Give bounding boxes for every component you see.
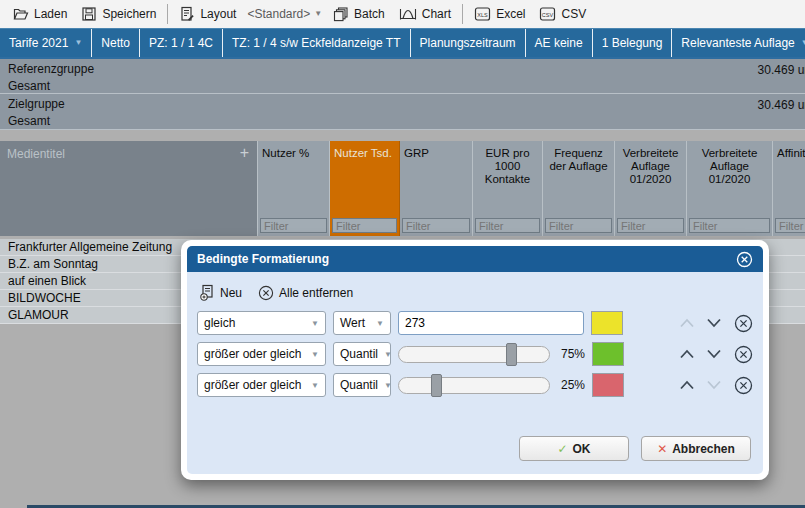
- operator-value: gleich: [204, 316, 235, 330]
- relevant-auflage-dropdown[interactable]: Relevanteste Auflage ▼: [672, 29, 805, 57]
- layout-button[interactable]: Layout: [172, 3, 243, 25]
- remove-all-icon: [258, 285, 274, 301]
- delete-condition-button[interactable]: [734, 345, 753, 364]
- percent-label: 75%: [557, 347, 585, 361]
- value-input[interactable]: [398, 311, 584, 335]
- target-group-value: 30.469 un: [758, 98, 805, 112]
- load-button[interactable]: Laden: [6, 3, 74, 25]
- operator-select[interactable]: größer oder gleich ▼: [197, 342, 326, 366]
- tariffs-label: Tarife 2021: [9, 36, 68, 50]
- dialog-close-button[interactable]: [736, 251, 753, 268]
- reference-group-row[interactable]: Referenzgruppe Gesamt 30.469 un: [0, 57, 805, 93]
- netto-item[interactable]: Netto: [92, 29, 140, 57]
- new-label: Neu: [220, 286, 242, 300]
- new-condition-button[interactable]: Neu: [199, 284, 242, 301]
- chevron-down-icon: ▼: [378, 381, 392, 390]
- column-header-medientitel[interactable]: Medientitel +: [0, 141, 258, 236]
- cancel-button[interactable]: ✕ Abbrechen: [641, 436, 751, 461]
- chevron-down-icon: ▼: [305, 381, 319, 390]
- target-group-row[interactable]: Zielgruppe Gesamt 30.469 un: [0, 93, 805, 130]
- filter-input[interactable]: [775, 218, 805, 233]
- chevron-down-icon: ▼: [801, 39, 805, 47]
- column-label: GRP: [400, 141, 472, 160]
- main-toolbar: Laden Speichern Layout <Standard> ▼ Batc…: [0, 0, 805, 28]
- app-window: Laden Speichern Layout <Standard> ▼ Batc…: [0, 0, 805, 508]
- mode-value: Quantil: [340, 347, 378, 361]
- save-button[interactable]: Speichern: [74, 3, 163, 25]
- filter-input[interactable]: [689, 218, 770, 233]
- layout-label: Layout: [200, 7, 236, 21]
- chart-button[interactable]: Chart: [392, 3, 458, 25]
- filter-input[interactable]: [475, 218, 540, 233]
- column-affinitaet[interactable]: Affinität: [773, 141, 805, 236]
- chevron-down-icon: ▼: [305, 319, 319, 328]
- move-down-button[interactable]: [704, 349, 724, 359]
- operator-select[interactable]: gleich ▼: [197, 311, 326, 335]
- planning-period-item[interactable]: Planungszeitraum: [411, 29, 526, 57]
- column-label: Frequenz der Auflage: [543, 141, 614, 173]
- column-verbreitete-auflage-1[interactable]: Verbreitete Auflage 01/2020: [615, 141, 687, 236]
- column-label: Verbreitete Auflage 01/2020: [615, 141, 686, 186]
- batch-button[interactable]: Batch: [326, 3, 392, 25]
- tariffs-dropdown[interactable]: Tarife 2021 ▼: [0, 29, 92, 57]
- move-up-button[interactable]: [677, 349, 697, 359]
- tz-item[interactable]: TZ: 1 / 4 s/w Eckfeldanzeige TT: [223, 29, 411, 57]
- column-grp[interactable]: GRP: [400, 141, 473, 236]
- layout-preset-dropdown[interactable]: <Standard> ▼: [243, 4, 326, 24]
- mode-select[interactable]: Quantil ▼: [333, 342, 391, 366]
- column-frequenz[interactable]: Frequenz der Auflage: [543, 141, 615, 236]
- ok-button[interactable]: ✓ OK: [519, 436, 629, 461]
- operator-select[interactable]: größer oder gleich ▼: [197, 373, 326, 397]
- new-document-icon: [199, 284, 215, 301]
- column-nutzer-pct[interactable]: Nutzer %: [258, 141, 330, 236]
- column-nutzer-tsd-selected[interactable]: Nutzer Tsd.: [330, 141, 400, 236]
- condition-row-1: gleich ▼ Wert ▼: [187, 307, 763, 338]
- quantile-slider[interactable]: [398, 346, 550, 363]
- medientitel-label: Medientitel: [0, 141, 257, 161]
- filter-input[interactable]: [402, 218, 470, 233]
- csv-export-button[interactable]: CSV CSV: [532, 3, 593, 25]
- pz-label: PZ: 1 / 1 4C: [149, 36, 213, 50]
- move-down-button: [704, 380, 724, 390]
- quantile-slider[interactable]: [398, 377, 550, 394]
- filter-input[interactable]: [545, 218, 612, 233]
- dialog-titlebar: Bedingte Formatierung: [187, 246, 763, 272]
- color-swatch[interactable]: [592, 342, 624, 366]
- move-down-button[interactable]: [704, 318, 724, 328]
- color-swatch[interactable]: [591, 311, 623, 335]
- folder-open-icon: [13, 6, 29, 22]
- filter-input[interactable]: [617, 218, 684, 233]
- netto-label: Netto: [101, 36, 130, 50]
- column-label: Nutzer Tsd.: [330, 141, 399, 160]
- remove-all-button[interactable]: Alle entfernen: [258, 285, 353, 301]
- slider-handle[interactable]: [431, 374, 442, 397]
- chevron-down-icon: ▼: [314, 10, 322, 18]
- mode-select[interactable]: Quantil ▼: [333, 373, 391, 397]
- target-group-label: Zielgruppe: [0, 94, 805, 111]
- add-column-icon[interactable]: +: [240, 144, 249, 162]
- column-label: Nutzer %: [258, 141, 329, 160]
- delete-condition-button[interactable]: [734, 314, 753, 333]
- belegung-item[interactable]: 1 Belegung: [593, 29, 673, 57]
- color-swatch[interactable]: [592, 373, 624, 397]
- column-label: EUR pro 1000 Kontakte: [473, 141, 542, 186]
- check-icon: ✓: [557, 442, 567, 456]
- delete-condition-button[interactable]: [734, 376, 753, 395]
- csv-label: CSV: [561, 7, 586, 21]
- column-label: Verbreitete Auflage 01/2020: [687, 141, 772, 186]
- ae-item[interactable]: AE keine: [526, 29, 593, 57]
- excel-export-button[interactable]: XLS Excel: [467, 3, 532, 25]
- filter-input[interactable]: [332, 218, 397, 233]
- pz-item[interactable]: PZ: 1 / 1 4C: [140, 29, 223, 57]
- mode-select[interactable]: Wert ▼: [333, 311, 391, 335]
- dialog-title: Bedingte Formatierung: [197, 252, 329, 266]
- move-up-button[interactable]: [677, 380, 697, 390]
- column-eur-pro-1000[interactable]: EUR pro 1000 Kontakte: [473, 141, 543, 236]
- filter-input[interactable]: [260, 218, 327, 233]
- ae-label: AE keine: [535, 36, 583, 50]
- layout-icon: [179, 6, 195, 22]
- column-verbreitete-auflage-2[interactable]: Verbreitete Auflage 01/2020: [687, 141, 773, 236]
- condition-row-3: größer oder gleich ▼ Quantil ▼ 25%: [187, 369, 763, 400]
- slider-handle[interactable]: [506, 343, 517, 366]
- chevron-down-icon: ▼: [378, 350, 392, 359]
